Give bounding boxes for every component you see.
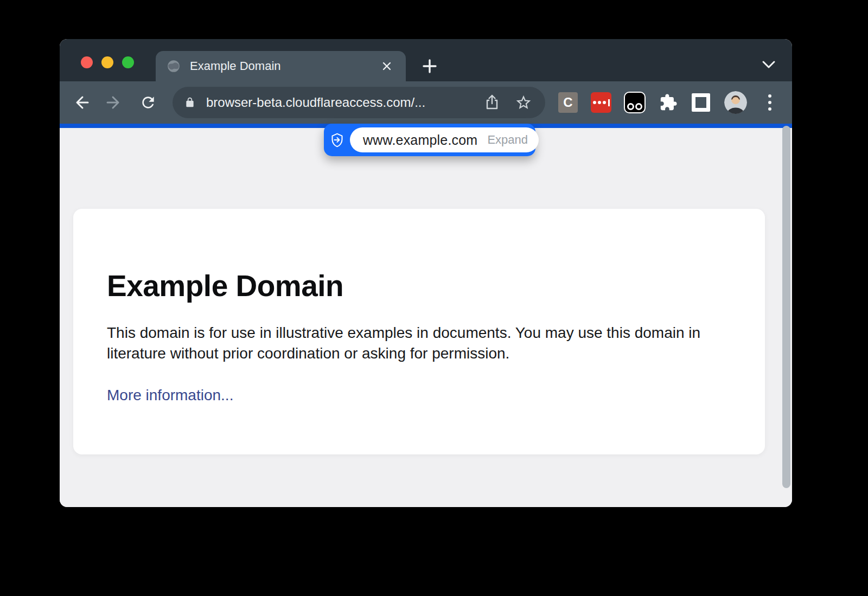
browser-window: Example Domain	[60, 39, 792, 507]
isolation-url-pill[interactable]: www.example.com Expand	[324, 124, 535, 156]
globe-icon	[167, 59, 181, 73]
minimize-window-button[interactable]	[101, 56, 113, 68]
side-panel-icon[interactable]	[692, 93, 710, 112]
c-extension-label: C	[563, 95, 572, 110]
page-paragraph: This domain is for use in illustrative e…	[107, 323, 731, 364]
isolation-expand-button[interactable]: Expand	[477, 133, 528, 147]
extensions-puzzle-icon[interactable]	[659, 93, 678, 112]
close-window-button[interactable]	[81, 56, 93, 68]
example-domain-card: Example Domain This domain is for use in…	[73, 209, 765, 454]
back-arrow-icon	[72, 93, 90, 112]
tab-strip: Example Domain	[60, 39, 792, 81]
red-dots-extension-icon[interactable]	[591, 92, 611, 113]
browser-menu-button[interactable]	[763, 92, 776, 113]
toolbar: browser-beta.cloudflareaccess.com/... C	[60, 81, 792, 124]
isolation-hostname: www.example.com	[363, 132, 477, 148]
close-tab-icon[interactable]	[379, 58, 395, 74]
page-viewport: Example Domain This domain is for use in…	[60, 128, 792, 507]
tab-search-button[interactable]	[761, 59, 777, 72]
tab-title: Example Domain	[190, 59, 281, 73]
avatar	[724, 91, 747, 114]
address-bar[interactable]: browser-beta.cloudflareaccess.com/...	[173, 87, 545, 118]
share-icon[interactable]	[483, 94, 501, 111]
reload-icon	[139, 94, 157, 111]
shield-arrow-icon	[324, 133, 350, 148]
scrollbar-thumb[interactable]	[782, 126, 790, 488]
url-text: browser-beta.cloudflareaccess.com/...	[206, 95, 425, 110]
dark-circles-extension-icon[interactable]	[624, 92, 646, 113]
lock-icon	[184, 96, 195, 109]
page-title: Example Domain	[107, 268, 731, 303]
c-extension-icon[interactable]: C	[558, 92, 578, 113]
active-tab[interactable]: Example Domain	[156, 51, 406, 81]
forward-arrow-icon	[105, 93, 124, 112]
new-tab-button[interactable]	[418, 54, 442, 78]
star-icon[interactable]	[515, 94, 532, 111]
zoom-window-button[interactable]	[122, 56, 134, 68]
chevron-down-icon	[762, 60, 776, 70]
more-information-link[interactable]: More information...	[107, 387, 233, 404]
back-button[interactable]	[68, 90, 93, 115]
forward-button[interactable]	[102, 90, 127, 115]
plus-icon	[422, 59, 437, 74]
reload-button[interactable]	[136, 90, 161, 115]
isolation-hostname-pill[interactable]: www.example.com Expand	[350, 127, 539, 152]
traffic-lights	[81, 56, 134, 68]
profile-avatar[interactable]	[724, 91, 747, 114]
